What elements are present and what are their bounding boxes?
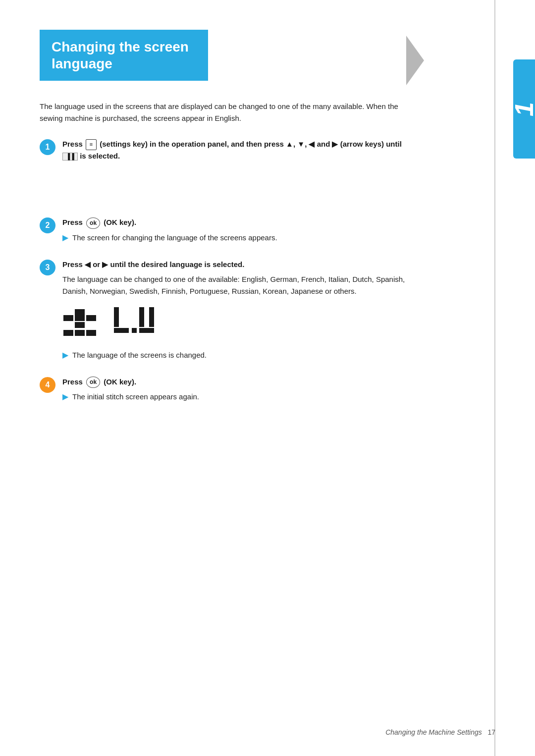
title-box: Changing the screenlanguage [40,30,208,81]
step-2-bullet-1-text: The screen for changing the language of … [72,232,277,244]
step-1-number: 1 [46,143,50,152]
svg-rect-6 [63,330,73,336]
svg-rect-14 [149,315,154,319]
right-divider [494,0,495,756]
step-3-bullet-1: ▶ The language of the screens is changed… [62,349,406,361]
step-2: 2 Press ok (OK key). ▶ The screen for ch… [40,216,406,247]
title-section: Changing the screenlanguage [40,30,406,91]
ok-key-icon-2: ok [86,217,100,229]
step-4-title: Press ok (OK key). [62,376,406,388]
bullet-arrow-icon: ▶ [62,233,68,242]
step-1: 1 Press ≡ (settings key) in the operatio… [40,138,406,165]
svg-rect-8 [114,307,119,327]
footer-text: Changing the Machine Settings [385,728,482,736]
pixel-text-icon-svg [112,305,157,340]
settings-key-icon: ≡ [86,139,97,150]
svg-rect-5 [75,330,85,336]
step-4-circle: 4 [40,377,55,393]
main-content: Changing the screenlanguage The language… [0,0,446,756]
svg-rect-9 [114,328,129,333]
svg-rect-4 [75,322,85,328]
chapter-number: 1 [509,102,535,116]
step-3-number: 3 [46,263,50,272]
step-3-title: Press ◀ or ▶ until the desired language … [62,259,406,270]
step-3-content: Press ◀ or ▶ until the desired language … [62,259,406,364]
intro-paragraph: The language used in the screens that ar… [40,101,406,124]
title-arrow-decoration [406,36,424,85]
pixel-cross-image [62,308,97,338]
step-3-circle: 3 [40,260,55,275]
chapter-tab: 1 [513,59,535,159]
svg-rect-12 [139,328,154,333]
cross-icon-svg [62,308,97,338]
step-2-content: Press ok (OK key). ▶ The screen for chan… [62,216,406,247]
step-3-desc: The language can be changed to one of th… [62,273,406,297]
svg-rect-7 [86,330,96,336]
step-1-title: Press ≡ (settings key) in the operation … [62,138,406,162]
svg-rect-1 [63,315,73,321]
bullet-arrow-icon-3: ▶ [62,350,68,360]
svg-rect-11 [139,307,144,327]
step-2-bullet-1: ▶ The screen for changing the language o… [62,232,406,244]
svg-rect-2 [75,315,85,321]
footer-page: 17 [487,728,495,736]
step-4-number: 4 [46,380,50,389]
svg-rect-3 [86,315,96,321]
step-2-title: Press ok (OK key). [62,216,406,229]
step-1-image-placeholder [40,177,406,216]
step-1-circle: 1 [40,139,55,155]
step-4: 4 Press ok (OK key). ▶ The initial stitc… [40,376,406,406]
step-3-images [62,305,406,341]
step-4-bullet-1: ▶ The initial stitch screen appears agai… [62,391,406,403]
step-2-circle: 2 [40,217,55,233]
step-3-bullet-1-text: The language of the screens is changed. [72,349,207,361]
ok-key-icon-4: ok [86,377,100,388]
step-1-content: Press ≡ (settings key) in the operation … [62,138,406,165]
svg-rect-0 [75,309,85,315]
bullet-arrow-icon-4: ▶ [62,392,68,401]
step-4-content: Press ok (OK key). ▶ The initial stitch … [62,376,406,406]
step-2-number: 2 [46,221,50,230]
page-container: 1 Changing the screenlanguage The langua… [0,0,535,756]
footer: Changing the Machine Settings 17 [385,728,495,736]
step-4-bullet-1-text: The initial stitch screen appears again. [72,391,199,403]
page-title: Changing the screenlanguage [52,39,196,72]
pixel-text-image [112,305,157,341]
step-3: 3 Press ◀ or ▶ until the desired languag… [40,259,406,364]
svg-rect-10 [132,328,137,333]
